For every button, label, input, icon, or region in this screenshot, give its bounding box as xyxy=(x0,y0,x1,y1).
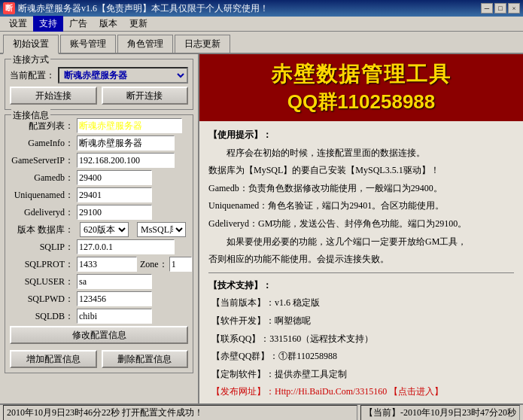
gameinfo-label: GameInfo： xyxy=(10,137,74,150)
version-label: 版本 数据库： xyxy=(10,224,74,236)
sqlport-label: SQLPROT： xyxy=(10,258,74,271)
menu-update[interactable]: 更新 xyxy=(123,16,154,32)
gamedb-row: Gamedb： xyxy=(10,170,188,185)
db-type-select[interactable]: MsSQL库 xyxy=(137,222,186,237)
gameinfo-input[interactable] xyxy=(77,135,175,151)
tech-item-2: 【联系QQ】：3315160（远程技术支持） xyxy=(211,331,514,348)
sqldb-input[interactable] xyxy=(77,309,152,324)
menu-version[interactable]: 版本 xyxy=(93,16,123,32)
connect-buttons: 开始连接 断开连接 xyxy=(10,87,188,105)
sqluser-label: SQLUSER： xyxy=(10,275,74,288)
connect-group-title: 连接方式 xyxy=(11,53,50,66)
maximize-button[interactable]: □ xyxy=(494,3,506,14)
gamedb-input[interactable] xyxy=(77,170,152,185)
connection-info-group: 连接信息 配置列表： GameInfo： GameServerIP： Gamed… xyxy=(5,114,193,373)
minimize-button[interactable]: ─ xyxy=(481,3,493,14)
uniquenamed-row: Uniquenamed： xyxy=(10,187,188,202)
status-right: 【当前】-2010年10月9日23时47分20秒 xyxy=(360,405,520,421)
menu-settings[interactable]: 设置 xyxy=(3,16,33,32)
sqlip-label: SQLIP： xyxy=(10,241,74,254)
sqlport-row: SQLPROT： Zone： xyxy=(10,257,188,272)
header-qq: QQ群110258988 xyxy=(208,89,514,115)
right-panel: 赤壁数据管理工具 QQ群110258988 【使用提示】： 程序会在初始的时候，… xyxy=(199,54,523,403)
sqlport-input[interactable] xyxy=(77,257,137,272)
gdeliveryd-label: Gdeliveryd： xyxy=(10,206,74,219)
tech-item-4: 【定制软件】：提供赤壁工具定制 xyxy=(211,367,514,383)
close-button[interactable]: × xyxy=(508,3,520,14)
uniquenamed-label: Uniquenamed： xyxy=(10,189,74,202)
window-title: 断魂赤壁服务器v1.6【免责声明】本工具仅限于个人研究使用！ xyxy=(18,2,269,15)
config-list-input[interactable] xyxy=(77,118,182,133)
header-title: 赤壁数据管理工具 xyxy=(208,60,514,89)
gameserverip-input[interactable] xyxy=(77,153,175,168)
connection-info-title: 连接信息 xyxy=(11,109,50,122)
tab-bar: 初始设置 账号管理 角色管理 日志更新 xyxy=(0,32,523,54)
disconnect-button[interactable]: 断开连接 xyxy=(102,87,189,105)
right-header: 赤壁数据管理工具 QQ群110258988 xyxy=(199,54,523,121)
sqlpwd-input[interactable] xyxy=(77,291,152,306)
main-content: 连接方式 当前配置： 断魂赤壁服务器 开始连接 断开连接 连接信息 配置列表： … xyxy=(0,54,523,403)
tech-title: 【技术支持】： xyxy=(208,278,514,294)
left-panel: 连接方式 当前配置： 断魂赤壁服务器 开始连接 断开连接 连接信息 配置列表： … xyxy=(0,54,199,403)
delete-config-button[interactable]: 删除配置信息 xyxy=(102,350,189,368)
tab-initial-settings[interactable]: 初始设置 xyxy=(3,35,59,54)
right-content: 【使用提示】： 程序会在初始的时候，连接配置里面的数据连接。 数据库为【MySQ… xyxy=(199,121,523,403)
sqldb-row: SQLDB： xyxy=(10,309,188,324)
modify-config-button[interactable]: 修改配置信息 xyxy=(10,326,188,344)
hints-title: 【使用提示】： xyxy=(208,127,514,144)
uniquenamed-input[interactable] xyxy=(77,187,152,202)
version-select[interactable]: 620版本 xyxy=(80,222,129,237)
connect-dropdown-row: 当前配置： 断魂赤壁服务器 xyxy=(10,67,188,84)
config-action-buttons: 增加配置信息 删除配置信息 xyxy=(10,350,188,368)
tab-log-update[interactable]: 日志更新 xyxy=(175,35,230,53)
divider xyxy=(208,272,514,273)
hint-item-1: 数据库为【MySQL】的要自己安装【MySQL3.5.1驱动】！ xyxy=(208,163,514,179)
tech-item-1: 【软件开发】：啊塑德呢 xyxy=(211,313,514,330)
app-icon: 断 xyxy=(3,2,15,14)
status-left: 2010年10月9日23时46分22秒 打开配置文件成功！ xyxy=(3,405,357,421)
status-bar: 2010年10月9日23时46分22秒 打开配置文件成功！ 【当前】-2010年… xyxy=(0,403,523,420)
title-buttons[interactable]: ─ □ × xyxy=(481,3,520,14)
zone-input[interactable] xyxy=(169,257,192,272)
zone-label: Zone： xyxy=(140,258,168,271)
title-bar-left: 断 断魂赤壁服务器v1.6【免责声明】本工具仅限于个人研究使用！ xyxy=(3,2,269,15)
sqlip-row: SQLIP： xyxy=(10,239,188,254)
sqlpwd-label: SQLPWD： xyxy=(10,293,74,306)
gdeliveryd-input[interactable] xyxy=(77,205,152,220)
sqluser-row: SQLUSER： xyxy=(10,274,188,289)
title-bar: 断 断魂赤壁服务器v1.6【免责声明】本工具仅限于个人研究使用！ ─ □ × xyxy=(0,0,523,17)
tech-item-5[interactable]: 【发布网址】：Http://Hi.BaiDu.Com/3315160 【点击进入… xyxy=(211,384,514,400)
sqlpwd-row: SQLPWD： xyxy=(10,291,188,306)
sqldb-label: SQLDB： xyxy=(10,310,74,323)
hint-item-5: 如果要使用必要的功能，这几个端口一定要开放给GM工具， xyxy=(208,234,514,251)
tab-role-management[interactable]: 角色管理 xyxy=(117,35,173,53)
tab-account-management[interactable]: 账号管理 xyxy=(60,35,116,53)
connect-current-label: 当前配置： xyxy=(10,69,55,82)
hint-item-2: Gamedb：负责角色数据修改功能使用，一般端口为29400。 xyxy=(208,181,514,197)
hint-item-3: Uniquenamed：角色名验证，端口为29401。合区功能使用。 xyxy=(208,198,514,215)
hint-item-6: 否则相应的功能不能使用。会提示连接失败。 xyxy=(208,251,514,268)
tech-item-0: 【当前版本】：v1.6 稳定版 xyxy=(211,295,514,312)
menu-support[interactable]: 支持 xyxy=(33,16,63,32)
gameinfo-row: GameInfo： xyxy=(10,135,188,151)
sqlip-input[interactable] xyxy=(77,239,175,254)
connect-config-select[interactable]: 断魂赤壁服务器 xyxy=(58,67,188,84)
tech-item-3: 【赤壁QQ群】：①群110258988 xyxy=(211,348,514,365)
menu-bar: 设置 支持 广告 版本 更新 xyxy=(0,17,523,32)
gamedb-label: Gamedb： xyxy=(10,172,74,184)
connect-group: 连接方式 当前配置： 断魂赤壁服务器 开始连接 断开连接 xyxy=(5,59,193,110)
menu-ad[interactable]: 广告 xyxy=(63,16,93,32)
sqluser-input[interactable] xyxy=(77,274,152,289)
hint-item-0: 程序会在初始的时候，连接配置里面的数据连接。 xyxy=(208,145,514,162)
hint-item-4: Gdeliveryd：GM功能，发送公告、封停角色功能。端口为29100。 xyxy=(208,216,514,233)
version-row: 版本 数据库： 620版本 MsSQL库 xyxy=(10,222,188,237)
gdeliveryd-row: Gdeliveryd： xyxy=(10,205,188,220)
start-connect-button[interactable]: 开始连接 xyxy=(10,87,97,105)
gameserverip-row: GameServerIP： xyxy=(10,153,188,168)
gameserverip-label: GameServerIP： xyxy=(10,154,74,167)
add-config-button[interactable]: 增加配置信息 xyxy=(10,350,97,368)
